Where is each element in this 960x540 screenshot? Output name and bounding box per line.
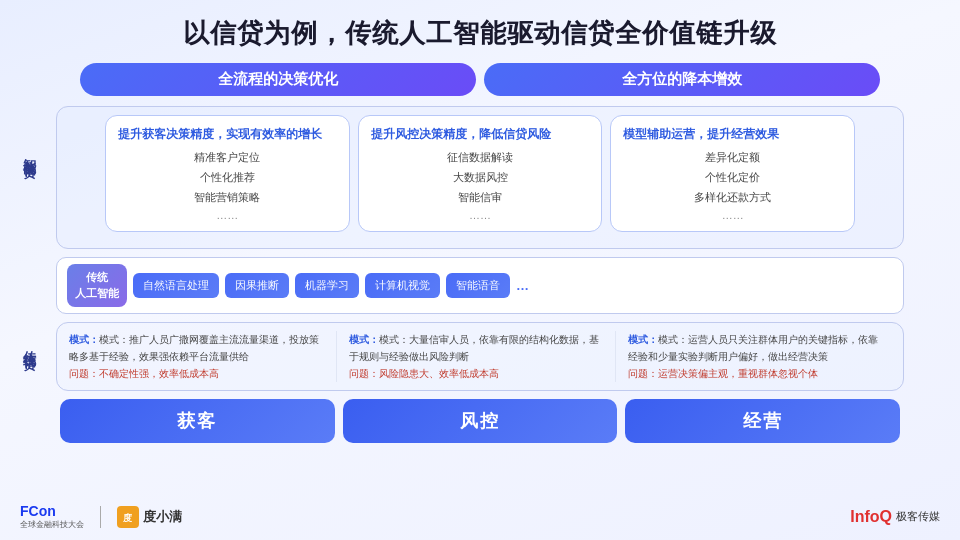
trad-text-2: 模式：模式：运营人员只关注群体用户的关键指标，依靠经验和少量实验判断用户偏好，做… — [628, 331, 887, 382]
fcon-sub: 全球金融科技大会 — [20, 519, 84, 530]
trad-column-0: 模式：模式：推广人员广撒网覆盖主流流量渠道，投放策略多基于经验，效果强依赖平台流… — [65, 331, 337, 382]
ai-tech-speech: 智能语音 — [446, 273, 510, 298]
dxm-svg-icon: 度 — [120, 509, 136, 525]
smart-card-title-2: 模型辅助运营，提升经营效果 — [623, 126, 842, 142]
trad-text-1: 模式：模式：大量信审人员，依靠有限的结构化数据，基于规则与经验做出风险判断 问题… — [349, 331, 608, 382]
trad-column-2: 模式：模式：运营人员只关注群体用户的关键指标，依靠经验和少量实验判断用户偏好，做… — [624, 331, 895, 382]
btn-acquire[interactable]: 获客 — [60, 399, 335, 443]
traditional-section: 模式：模式：推广人员广撒网覆盖主流流量渠道，投放策略多基于经验，效果强依赖平台流… — [56, 322, 904, 391]
ai-tech-nlp: 自然语言处理 — [133, 273, 219, 298]
smart-card-items-1: 征信数据解读 大数据风控 智能信审 — [371, 148, 590, 207]
infoq-brand: 极客传媒 — [896, 509, 940, 524]
fcon-main: FCon — [20, 503, 56, 519]
btn-operate[interactable]: 经营 — [625, 399, 900, 443]
ai-label: 传统 人工智能 — [67, 264, 127, 307]
footer-left: FCon 全球金融科技大会 度 度小满 — [20, 503, 182, 530]
footer-divider — [100, 506, 101, 528]
banner-cost: 全方位的降本增效 — [484, 63, 880, 96]
smart-card-title-0: 提升获客决策精度，实现有效率的增长 — [118, 126, 337, 142]
top-banners: 全流程的决策优化 全方位的降本增效 — [20, 63, 940, 96]
traditional-columns: 模式：模式：推广人员广撒网覆盖主流流量渠道，投放策略多基于经验，效果强依赖平台流… — [65, 331, 895, 382]
banner-decision: 全流程的决策优化 — [80, 63, 476, 96]
smart-section: 提升获客决策精度，实现有效率的增长 精准客户定位 个性化推荐 智能营销策略 ……… — [56, 106, 904, 249]
smart-card-0: 提升获客决策精度，实现有效率的增长 精准客户定位 个性化推荐 智能营销策略 …… — [105, 115, 350, 232]
footer: FCon 全球金融科技大会 度 度小满 InfoQ 极客传媒 — [20, 503, 940, 530]
ai-tech-more: … — [516, 278, 529, 293]
main-container: 以信贷为例，传统人工智能驱动信贷全价值链升级 全流程的决策优化 全方位的降本增效… — [0, 0, 960, 540]
page-title: 以信贷为例，传统人工智能驱动信贷全价值链升级 — [20, 16, 940, 51]
smart-card-2: 模型辅助运营，提升经营效果 差异化定额 个性化定价 多样化还款方式 …… — [610, 115, 855, 232]
dxm-logo: 度 度小满 — [117, 506, 182, 528]
infoq-logo: InfoQ — [850, 508, 892, 526]
ai-tech-ml: 机器学习 — [295, 273, 359, 298]
ai-tech-row: 传统 人工智能 自然语言处理 因果推断 机器学习 计算机视觉 智能语音 … — [56, 257, 904, 314]
smart-card-title-1: 提升风控决策精度，降低信贷风险 — [371, 126, 590, 142]
ai-tech-cv: 计算机视觉 — [365, 273, 440, 298]
dxm-icon: 度 — [117, 506, 139, 528]
smart-credit-label: 智能信贷 — [20, 148, 38, 156]
traditional-credit-label: 传统信贷 — [20, 340, 38, 348]
bottom-buttons: 获客 风控 经营 — [60, 399, 900, 443]
smart-card-items-0: 精准客户定位 个性化推荐 智能营销策略 — [118, 148, 337, 207]
smart-cards-row: 提升获客决策精度，实现有效率的增长 精准客户定位 个性化推荐 智能营销策略 ……… — [105, 115, 855, 232]
ai-tech-causal: 因果推断 — [225, 273, 289, 298]
smart-card-items-2: 差异化定额 个性化定价 多样化还款方式 — [623, 148, 842, 207]
trad-text-0: 模式：模式：推广人员广撒网覆盖主流流量渠道，投放策略多基于经验，效果强依赖平台流… — [69, 331, 328, 382]
smart-card-1: 提升风控决策精度，降低信贷风险 征信数据解读 大数据风控 智能信审 …… — [358, 115, 603, 232]
fcon-logo: FCon 全球金融科技大会 — [20, 503, 84, 530]
dxm-text: 度小满 — [143, 508, 182, 526]
btn-risk[interactable]: 风控 — [343, 399, 618, 443]
footer-right: InfoQ 极客传媒 — [850, 508, 940, 526]
svg-text:度: 度 — [122, 512, 133, 523]
trad-column-1: 模式：模式：大量信审人员，依靠有限的结构化数据，基于规则与经验做出风险判断 问题… — [345, 331, 617, 382]
